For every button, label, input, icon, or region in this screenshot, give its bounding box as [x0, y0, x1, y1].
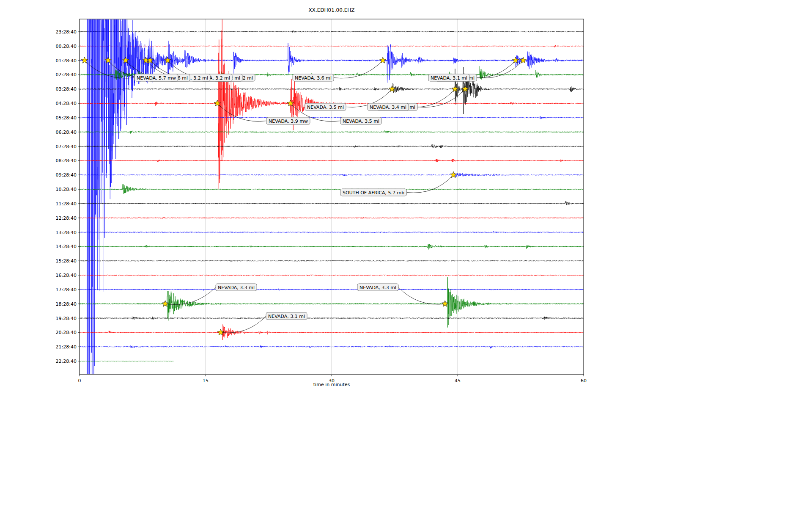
event-label: NEVADA, 3.4 ml [368, 103, 409, 110]
y-tick-label: 06:28:40 [56, 130, 77, 135]
event-label-text: NEVADA, 3.4 ml [370, 105, 406, 110]
x-tick-label: 60 [581, 378, 587, 384]
event-label: NEVADA, 5.7 mw [134, 74, 178, 81]
y-tick-label: 11:28:40 [56, 201, 77, 207]
y-tick-label: 00:28:40 [56, 44, 77, 49]
event-star-icon [520, 57, 526, 63]
x-tick-label: 15 [203, 378, 208, 384]
event-stars-group [81, 57, 526, 335]
seismogram-plot: XX.EDH01.00.EHZ time in minutes 23:28:40… [0, 0, 812, 508]
y-tick-label: 09:28:40 [56, 172, 77, 178]
event-label-text: SOUTH OF AFRICA, 5.7 mb [343, 190, 404, 196]
y-tick-label: 15:28:40 [56, 258, 77, 264]
event-label: NEVADA, 3.1 ml [266, 312, 307, 320]
event-connectors-group [85, 61, 523, 333]
y-tick-label: 20:28:40 [56, 330, 77, 335]
event-label-text: NEVADA, 3.1 ml [431, 75, 467, 81]
y-tick-label: 07:28:40 [56, 144, 77, 149]
event-label: SOUTH OF AFRICA, 5.7 mb [340, 189, 406, 196]
event-label-text: NEVADA, 3.5 ml [343, 119, 379, 124]
y-tick-label: 03:28:40 [56, 86, 77, 92]
y-tick-label: 23:28:40 [56, 29, 77, 35]
event-label-text: NEVADA, 5.7 mw [137, 75, 176, 81]
event-star-icon [450, 171, 457, 177]
trace-row-23 [80, 361, 174, 361]
chart-title: XX.EDH01.00.EHZ [308, 7, 354, 13]
event-label: NEVADA, 3.5 ml [340, 117, 381, 124]
y-tick-label: 21:28:40 [56, 344, 77, 350]
event-label: NEVADA, 3.5 ml [305, 103, 346, 110]
event-label-text: NEVADA, 3.5 ml [307, 105, 344, 110]
event-label: NEVADA, 3.1 ml [428, 74, 469, 81]
y-tick-label: 19:28:40 [56, 316, 77, 321]
y-tick-label: 10:28:40 [56, 187, 77, 192]
event-label: NEVADA, 3.3 ml [216, 284, 257, 291]
x-tick-label: 0 [78, 378, 81, 384]
seismogram-figure: XX.EDH01.00.EHZ time in minutes 23:28:40… [0, 0, 812, 508]
y-tick-label: 18:28:40 [56, 301, 77, 307]
y-tick-label: 16:28:40 [56, 273, 77, 278]
y-tick-label: 08:28:40 [56, 158, 77, 163]
event-label: NEVADA, 3.6 ml [293, 74, 334, 81]
event-label-text: NEVADA, 3.6 ml [295, 75, 332, 81]
event-label-text: NEVADA, 3.3 ml [359, 285, 396, 290]
y-tick-label: 04:28:40 [56, 101, 77, 106]
event-label-text: NEVADA, 3.3 ml [218, 285, 255, 290]
y-tick-label: 17:28:40 [56, 287, 77, 293]
y-tick-label: 12:28:40 [56, 215, 77, 221]
event-connector [334, 61, 383, 78]
x-tick-label: 30 [329, 378, 335, 384]
trace-row-16 [80, 260, 584, 262]
event-label: NEVADA, 3.3 ml [357, 284, 398, 291]
y-tick-label: 13:28:40 [56, 230, 77, 235]
event-star-icon [217, 329, 224, 335]
y-tick-label: 02:28:40 [56, 72, 77, 77]
event-labels-group: NEVADA, 3.1 mlNEVADA, 3.3 mlNEVADA, 3.3 … [134, 74, 477, 320]
event-label-text: NEVADA, 3.1 ml [268, 314, 305, 319]
y-tick-label: 14:28:40 [56, 244, 77, 249]
x-tick-label: 45 [455, 378, 461, 384]
event-label-text: NEVADA, 3.9 mw [269, 119, 308, 124]
y-tick-label: 22:28:40 [56, 359, 77, 364]
event-label: NEVADA, 3.9 mw [266, 117, 310, 124]
event-connector [417, 89, 465, 107]
y-tick-label: 01:28:40 [56, 58, 77, 64]
y-tick-label: 05:28:40 [56, 115, 77, 121]
event-star-icon [462, 86, 468, 92]
event-star-icon [380, 57, 386, 63]
